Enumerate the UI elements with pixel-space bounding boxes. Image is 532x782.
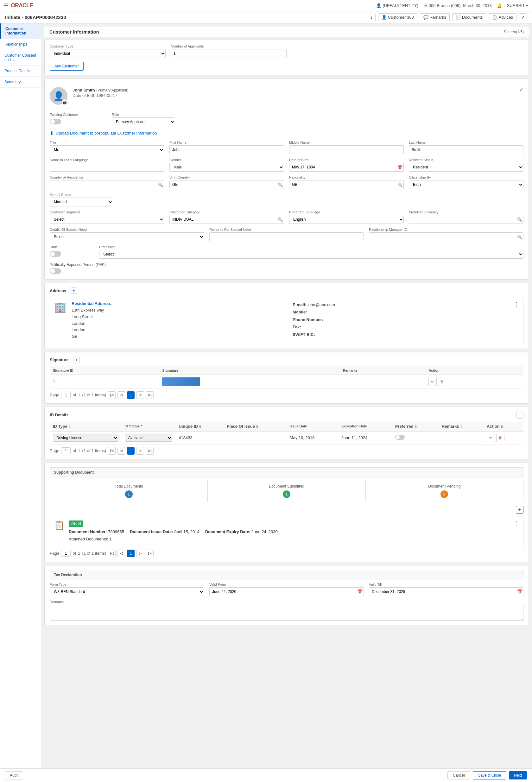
id-place-cell [223, 431, 287, 445]
doc-prev-page[interactable]: ◁ [117, 549, 125, 557]
id-last-page[interactable]: ▷| [146, 447, 153, 455]
audit-button[interactable]: Audit [5, 771, 23, 779]
valid-from-input[interactable] [209, 587, 364, 596]
preferred-currency-search-icon[interactable]: 🔍 [517, 217, 522, 222]
id-status-select[interactable]: Available [125, 434, 172, 442]
cancel-button[interactable]: Cancel [448, 771, 470, 779]
id-delete-button[interactable]: 🗑 [496, 434, 504, 442]
camera-icon[interactable]: 📷 [62, 99, 67, 105]
resident-status-select[interactable]: Resident [409, 163, 524, 172]
first-name-input[interactable] [169, 145, 284, 154]
country-residence-search-icon[interactable]: 🔍 [158, 182, 163, 187]
valid-from-wrap: 📅 [209, 587, 364, 596]
id-page-input[interactable] [61, 447, 71, 454]
profession-select[interactable]: Select [99, 250, 524, 259]
valid-till-input[interactable] [369, 587, 524, 596]
remarks-special-input[interactable] [209, 233, 364, 241]
pep-toggle[interactable] [50, 268, 61, 274]
id-current-page[interactable]: 1 [127, 447, 135, 455]
nationality-input[interactable] [289, 180, 404, 189]
preferred-toggle[interactable] [395, 435, 405, 440]
middle-name-input[interactable] [289, 145, 404, 154]
special-need-select[interactable]: Select [50, 233, 204, 241]
sig-prev-page[interactable]: ◁ [117, 391, 125, 399]
title-label: Title [50, 141, 164, 144]
sidebar-item-customer-information[interactable]: Customer Information [0, 24, 41, 39]
preferred-language-select[interactable]: English [289, 215, 404, 224]
notification-bell[interactable]: 🔔 [497, 3, 502, 8]
marital-select[interactable]: Married [50, 198, 113, 206]
user-menu[interactable]: SURBHI1 ▾ [507, 3, 528, 8]
doc-menu-icon[interactable]: ⋮ [513, 520, 519, 527]
signature-add-button[interactable]: + [73, 357, 79, 363]
valid-from-calendar-icon[interactable]: 📅 [357, 589, 363, 594]
num-applicants-input[interactable] [171, 49, 287, 58]
save-close-button[interactable]: Save & Close [473, 771, 507, 779]
birth-country-search-icon[interactable]: 🔍 [278, 182, 283, 187]
doc-last-page[interactable]: ▷| [146, 549, 153, 557]
title-select[interactable]: Mr. [50, 145, 164, 154]
country-residence-input[interactable] [50, 180, 164, 189]
last-name-input[interactable] [409, 145, 524, 154]
citizenship-select[interactable]: Birth [409, 180, 524, 189]
expand-button[interactable]: ⤢ [519, 13, 527, 21]
id-edit-button[interactable]: ✏ [487, 434, 495, 442]
documents-button[interactable]: 📄 Documents [452, 13, 486, 21]
id-type-select[interactable]: Driving License [53, 434, 118, 442]
sig-current-page[interactable]: 1 [127, 391, 135, 399]
sidebar-item-relationships[interactable]: Relationships [0, 39, 41, 50]
sig-delete-button[interactable]: 🗑 [438, 378, 446, 386]
address-add-button[interactable]: + [71, 287, 77, 294]
tax-remarks-textarea[interactable] [50, 605, 524, 620]
address-menu-icon[interactable]: ⋮ [513, 301, 519, 340]
add-doc-button[interactable]: + [516, 506, 524, 513]
id-next-page[interactable]: ▷ [137, 447, 144, 455]
sidebar-item-product-details[interactable]: Product Details [0, 66, 41, 77]
customer-category-input[interactable] [169, 215, 284, 224]
add-customer-button[interactable]: Add Customer [50, 62, 83, 71]
upload-link[interactable]: ⬆ Upload Document to prepopulate Custome… [50, 130, 524, 136]
dob-calendar-icon[interactable]: 📅 [397, 165, 402, 170]
hamburger-icon[interactable]: ☰ [4, 3, 8, 8]
dob-input[interactable] [289, 163, 404, 172]
rel-manager-input[interactable] [369, 233, 524, 241]
preferred-currency-input[interactable] [409, 215, 524, 224]
id-first-page[interactable]: |◁ [108, 447, 115, 455]
name-local-input[interactable] [50, 163, 164, 172]
total-docs-label: Total Documents [54, 484, 204, 489]
id-prev-page[interactable]: ◁ [117, 447, 125, 455]
staff-toggle[interactable] [50, 251, 61, 257]
sidebar-item-summary[interactable]: Summary [0, 77, 41, 88]
special-need-group: Details Of Special Need Select [50, 228, 204, 241]
advices-button[interactable]: 📋 Advices [489, 13, 517, 21]
nationality-search-icon[interactable]: 🔍 [397, 182, 402, 187]
existing-customer-toggle[interactable] [50, 119, 61, 125]
signature-page-input[interactable] [61, 392, 71, 398]
sig-first-page[interactable]: |◁ [108, 391, 115, 399]
form-type-select[interactable]: W8-BEN Standard [50, 587, 204, 596]
sig-id-cell: 1 [50, 375, 159, 389]
rel-manager-search-icon[interactable]: 🔍 [517, 235, 522, 239]
sig-edit-button[interactable]: ✏ [428, 378, 437, 386]
customer-segment-select[interactable]: Select [50, 215, 164, 224]
valid-till-calendar-icon[interactable]: 📅 [517, 589, 522, 594]
sig-last-page[interactable]: ▷| [146, 391, 153, 399]
customer-category-search-icon[interactable]: 🔍 [278, 217, 283, 222]
info-button[interactable]: ℹ [367, 13, 376, 21]
id-add-button[interactable]: + [517, 412, 524, 419]
sig-next-page[interactable]: ▷ [137, 391, 144, 399]
sidebar-item-customer-consent[interactable]: Customer Consent and ... [0, 50, 41, 66]
signature-table-header: Signature ID Signature Remarks Action [50, 366, 524, 375]
doc-next-page[interactable]: ▷ [137, 549, 144, 557]
doc-first-page[interactable]: |◁ [108, 549, 115, 557]
role-select[interactable]: Primary Applicant [112, 117, 175, 126]
doc-current-page[interactable]: 1 [127, 549, 135, 557]
next-button[interactable]: Next [509, 771, 527, 779]
doc-page-input[interactable] [61, 550, 71, 557]
gender-select[interactable]: Male [169, 163, 284, 172]
remarks-button[interactable]: 💬 Remarks [420, 13, 450, 21]
birth-country-input[interactable] [169, 180, 284, 189]
profile-expand-icon[interactable]: ⤢ [520, 87, 524, 92]
customer360-button[interactable]: 👤 Customer 360 [378, 13, 417, 21]
customer-type-select[interactable]: Individual [50, 49, 166, 58]
